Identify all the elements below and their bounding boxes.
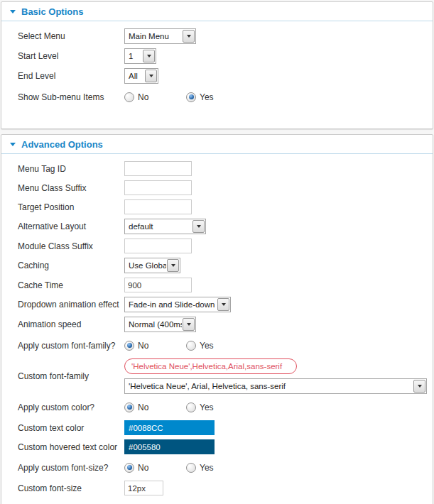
field-row: Caching Use Global — [18, 258, 425, 273]
field-row: Custom font-size — [18, 481, 425, 495]
field-row: Select Menu Main Menu — [18, 28, 425, 44]
animation-speed-label: Animation speed — [18, 319, 124, 329]
no-radio[interactable] — [124, 92, 134, 102]
custom-text-color-label: Custom text color — [18, 423, 124, 433]
selected-value: default — [125, 219, 157, 234]
menu-class-suffix-input[interactable] — [124, 180, 192, 195]
menu-class-suffix-label: Menu Class Suffix — [18, 183, 124, 193]
field-row: Custom hovered text color — [18, 439, 425, 454]
yes-radio[interactable] — [186, 341, 196, 351]
basic-options-body: Select Menu Main Menu Start Level 1 End … — [1, 21, 433, 128]
field-row: Dropdown animation effect Fade-in and Sl… — [18, 297, 425, 312]
field-row: Show Sub-menu Items No Yes — [18, 89, 425, 104]
alternative-layout-dropdown[interactable]: default — [124, 219, 206, 234]
caching-dropdown[interactable]: Use Global — [124, 258, 180, 273]
yes-radio[interactable] — [186, 92, 196, 102]
menu-tag-id-label: Menu Tag ID — [18, 164, 124, 174]
apply-font-size-radio-group: No Yes — [124, 463, 214, 473]
advanced-options-header[interactable]: Advanced Options — [1, 135, 433, 154]
module-class-suffix-input[interactable] — [124, 239, 192, 253]
selected-value: 1 — [125, 49, 136, 63]
advanced-options-panel: Advanced Options Menu Tag ID Menu Class … — [1, 134, 433, 504]
custom-font-family-dropdown[interactable]: 'Helvetica Neue', Arial, Helvetica, sans… — [124, 378, 427, 394]
field-row: Custom text color — [18, 420, 425, 435]
yes-radio-label: Yes — [200, 341, 214, 351]
field-row: Apply custom font-family? No Yes — [18, 338, 425, 353]
menu-tag-id-input[interactable] — [124, 161, 192, 176]
select-menu-label: Select Menu — [18, 31, 124, 41]
field-row: Animation speed Normal (400ms) — [18, 317, 425, 332]
collapse-caret-icon — [10, 143, 16, 146]
custom-text-color-input[interactable] — [124, 420, 215, 435]
custom-hover-color-label: Custom hovered text color — [18, 442, 124, 452]
cache-time-input[interactable] — [124, 278, 192, 292]
selected-value: All — [125, 69, 141, 83]
chevron-down-icon — [145, 70, 157, 82]
animation-speed-dropdown[interactable]: Normal (400ms) — [124, 317, 196, 332]
target-position-label: Target Position — [18, 202, 124, 212]
yes-radio-label: Yes — [200, 402, 214, 412]
field-row: Custom font-family 'Helvetica Neue', Ari… — [18, 358, 425, 394]
chevron-down-icon — [217, 298, 229, 311]
show-submenu-radio-group: No Yes — [124, 92, 214, 102]
field-row: Apply custom color? No Yes — [18, 400, 425, 415]
panel-title: Basic Options — [21, 6, 83, 17]
start-level-dropdown[interactable]: 1 — [124, 48, 156, 64]
alternative-layout-label: Alternative Layout — [18, 221, 124, 231]
no-radio-label: No — [138, 92, 148, 102]
selected-value: Fade-in and Slide-down — [125, 297, 217, 312]
cache-time-label: Cache Time — [18, 280, 124, 290]
end-level-label: End Level — [18, 71, 124, 81]
custom-font-family-controls: 'Helvetica Neue', Arial, Helvetica, sans… — [124, 358, 427, 394]
field-row: Module Class Suffix — [18, 239, 425, 253]
selected-value: Normal (400ms) — [125, 317, 182, 332]
apply-font-family-radio-group: No Yes — [124, 341, 214, 351]
custom-font-size-label: Custom font-size — [18, 483, 124, 493]
no-radio[interactable] — [124, 341, 134, 351]
chevron-down-icon — [183, 30, 195, 43]
apply-font-size-label: Apply custom font-size? — [18, 463, 124, 473]
selected-value: Main Menu — [125, 29, 173, 43]
chevron-down-icon — [143, 50, 155, 62]
custom-font-size-input[interactable] — [124, 481, 163, 495]
apply-color-radio-group: No Yes — [124, 402, 214, 412]
custom-font-family-input[interactable] — [124, 358, 297, 374]
apply-font-family-label: Apply custom font-family? — [18, 341, 124, 351]
dropdown-animation-label: Dropdown animation effect — [18, 300, 124, 309]
field-row: Apply custom font-size? No Yes — [18, 460, 425, 475]
select-menu-dropdown[interactable]: Main Menu — [124, 28, 196, 44]
field-row: End Level All — [18, 68, 425, 84]
selected-value: 'Helvetica Neue', Arial, Helvetica, sans… — [125, 379, 289, 393]
caching-label: Caching — [18, 261, 124, 270]
field-row: Menu Class Suffix — [18, 180, 425, 195]
collapse-caret-icon — [10, 10, 16, 13]
module-class-suffix-label: Module Class Suffix — [18, 241, 124, 251]
field-row: Start Level 1 — [18, 48, 425, 64]
selected-value: Use Global — [125, 258, 166, 273]
field-row: Target Position — [18, 199, 425, 214]
yes-radio[interactable] — [186, 402, 196, 412]
show-submenu-label: Show Sub-menu Items — [18, 92, 124, 102]
chevron-down-icon — [183, 318, 195, 331]
no-radio-label: No — [138, 341, 148, 351]
no-radio-label: No — [138, 463, 148, 473]
chevron-down-icon — [167, 259, 179, 272]
end-level-dropdown[interactable]: All — [124, 68, 158, 84]
start-level-label: Start Level — [18, 51, 124, 61]
target-position-input[interactable] — [124, 199, 192, 214]
basic-options-panel: Basic Options Select Menu Main Menu Star… — [1, 1, 433, 129]
apply-color-label: Apply custom color? — [18, 402, 124, 412]
custom-hover-color-input[interactable] — [124, 439, 215, 454]
no-radio[interactable] — [124, 463, 134, 473]
field-row: Menu Tag ID — [18, 161, 425, 176]
advanced-options-body: Menu Tag ID Menu Class Suffix Target Pos… — [1, 154, 433, 504]
custom-font-family-label: Custom font-family — [18, 371, 124, 381]
yes-radio-label: Yes — [200, 92, 214, 102]
basic-options-header[interactable]: Basic Options — [1, 2, 433, 21]
dropdown-animation-dropdown[interactable]: Fade-in and Slide-down — [124, 297, 231, 312]
yes-radio[interactable] — [186, 463, 196, 473]
no-radio[interactable] — [124, 402, 134, 412]
chevron-down-icon — [413, 380, 425, 393]
no-radio-label: No — [138, 402, 148, 412]
field-row: Alternative Layout default — [18, 219, 425, 234]
